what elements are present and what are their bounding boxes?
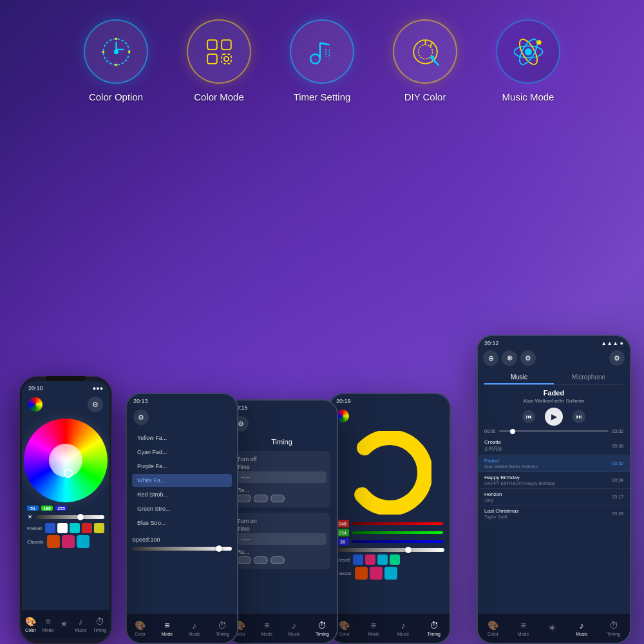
r-track[interactable]: [352, 522, 443, 525]
r-label: 248: [336, 520, 349, 527]
tab-microphone[interactable]: Microphone: [554, 371, 623, 384]
mode-red-strobe[interactable]: Red Strob...: [132, 488, 232, 501]
prev-button[interactable]: ⏮: [522, 410, 535, 423]
toggle-6[interactable]: [270, 556, 285, 564]
preset-pink-diy[interactable]: [365, 554, 375, 565]
mode-green-strobe[interactable]: Green Stro...: [132, 502, 232, 515]
toggle-3[interactable]: [270, 495, 285, 502]
nav-color-5[interactable]: 🎨 Color: [488, 620, 498, 636]
svg-rect-9: [222, 40, 231, 50]
preset-blue-diy[interactable]: [353, 554, 363, 565]
nav-music-4[interactable]: ♪ Music: [397, 620, 409, 636]
color-circle-icon[interactable]: [28, 397, 43, 412]
nav-mode-5[interactable]: ≡ Mode: [518, 620, 529, 636]
main-preset-yellow[interactable]: [94, 523, 104, 533]
wifi-icon[interactable]: ⊕: [483, 350, 498, 366]
play-button[interactable]: ▶: [545, 408, 563, 426]
progress-track[interactable]: [499, 430, 609, 432]
toggle-1[interactable]: [237, 495, 251, 502]
main-brightness[interactable]: [36, 515, 104, 519]
mode-speed-slider[interactable]: [132, 547, 232, 551]
nav-color-main[interactable]: 🎨 Color: [25, 616, 36, 632]
nav-mode-3[interactable]: ≡ Mode: [261, 620, 273, 636]
song-faded[interactable]: Faded Alan Walker/Iselin Solheim 03:32: [478, 455, 630, 472]
next-button[interactable]: ⏭: [573, 410, 585, 423]
song-christmas[interactable]: Last Christmas Taylor Swift 03:29: [478, 506, 630, 522]
mode-purple-fade[interactable]: Purple Fa...: [132, 460, 232, 473]
main-preset-white[interactable]: [57, 523, 68, 533]
nav-music-5[interactable]: ♪ Music: [576, 620, 587, 636]
nav-color-4[interactable]: 🎨 Color: [339, 620, 350, 636]
nav-timing-3[interactable]: ⏱ Timing: [316, 620, 329, 636]
b-bar: 255: [55, 506, 67, 511]
feature-color-mode: Color Mode: [187, 19, 251, 102]
nav-timing-2[interactable]: ⏱ Timing: [216, 620, 229, 636]
classic-orange-diy[interactable]: [355, 567, 368, 580]
main-preset-red[interactable]: [82, 523, 92, 533]
song-sub-3: Janji: [484, 498, 612, 502]
color-option-circle: [84, 19, 148, 84]
main-preset-blue[interactable]: [45, 523, 55, 533]
music-mode-circle: [496, 19, 560, 84]
diy-color-wheel[interactable]: [348, 431, 431, 515]
svg-rect-10: [207, 54, 217, 64]
g-label: 234: [336, 529, 349, 536]
color-option-label: Color Option: [89, 91, 143, 102]
diy-color-circle: [393, 19, 457, 84]
mode-settings-btn[interactable]: ⚙: [133, 410, 149, 425]
mode-blue-strobe[interactable]: Blue Stro...: [132, 516, 232, 529]
toggle-2[interactable]: [254, 495, 268, 502]
bt-icon[interactable]: ❋: [502, 350, 517, 366]
music-screen-content: 20:12 ▲▲▲ ● ⊕ ❋ ⚙ ⚙ Music: [478, 336, 630, 643]
nav-color-2[interactable]: 🎨 Color: [135, 620, 146, 636]
power-icon[interactable]: ⚙: [520, 350, 536, 366]
nav-music-3[interactable]: ♪ Music: [288, 620, 299, 636]
nav-brightness-main[interactable]: ☀: [60, 619, 68, 630]
diy-brightness[interactable]: [335, 548, 444, 552]
mode-white-fade[interactable]: White Fa...: [132, 474, 232, 487]
nav-timing-main[interactable]: ⏱ Timing: [93, 616, 106, 632]
nav-mode-4[interactable]: ≡ Mode: [368, 620, 379, 636]
timer-bottom-nav: 🎨 Color ≡ Mode ♪ Music ⏱: [227, 614, 337, 643]
diy-color-icon-btn[interactable]: [336, 410, 349, 422]
nav-brightness-5[interactable]: ☀: [548, 623, 556, 634]
turn-on-label: Turn on: [237, 518, 327, 524]
nav-timing-5[interactable]: ⏱ Timing: [607, 620, 620, 636]
color-wheel[interactable]: [24, 419, 108, 502]
classic-pink2-diy[interactable]: [370, 567, 383, 580]
main-settings-btn[interactable]: ⚙: [88, 397, 103, 412]
main-classic-pink[interactable]: [62, 535, 75, 548]
main-classic-cyan[interactable]: [77, 535, 90, 548]
tab-music[interactable]: Music: [484, 371, 554, 384]
mode-yellow-fade[interactable]: Yellow Fa...: [132, 431, 232, 444]
main-preset-cyan[interactable]: [70, 523, 80, 533]
nav-timing-4[interactable]: ⏱ Timing: [427, 620, 440, 636]
toggle-5[interactable]: [254, 556, 268, 564]
nav-label-music5: Music: [576, 632, 587, 636]
main-classic-orange[interactable]: [47, 535, 60, 548]
preset-green-diy[interactable]: [390, 554, 400, 565]
mode-cyan-fade[interactable]: Cyan Fad...: [132, 446, 232, 459]
mode-bottom-nav: 🎨 Color ≡ Mode ♪ Music ⏱: [127, 614, 237, 643]
timer-title: Timing: [233, 438, 330, 446]
g-bar: 196: [41, 506, 53, 511]
svg-point-6: [102, 50, 104, 53]
mode-time: 20:13: [133, 398, 148, 404]
time-field-off[interactable]: --:--: [237, 471, 327, 483]
song-birthday[interactable]: Happy Birthday HAPPY BIRTHDAY/Happy Birt…: [478, 472, 630, 489]
nav-mode-main[interactable]: ≡ Mode: [43, 616, 54, 632]
song-dur-1: 03:32: [612, 461, 623, 466]
nav-mode-2[interactable]: ≡ Mode: [162, 620, 173, 636]
time-field-on[interactable]: --:--: [237, 533, 327, 545]
g-track[interactable]: [352, 531, 443, 534]
song-croatia[interactable]: Croatia 企鹅死族 05:36: [478, 437, 630, 455]
nav-music-2[interactable]: ♪ Music: [188, 620, 200, 636]
settings-icon[interactable]: ⚙: [609, 350, 625, 366]
b-track[interactable]: [352, 540, 443, 543]
song-horizon[interactable]: Horizon Janji 03:17: [478, 489, 630, 506]
classic-cyan2-diy[interactable]: [384, 567, 397, 580]
nav-label-mode5: Mode: [518, 632, 529, 636]
preset-cyan-diy[interactable]: [377, 554, 388, 565]
nav-music-main[interactable]: ♪ Music: [75, 616, 86, 632]
toggle-4[interactable]: [237, 556, 251, 564]
